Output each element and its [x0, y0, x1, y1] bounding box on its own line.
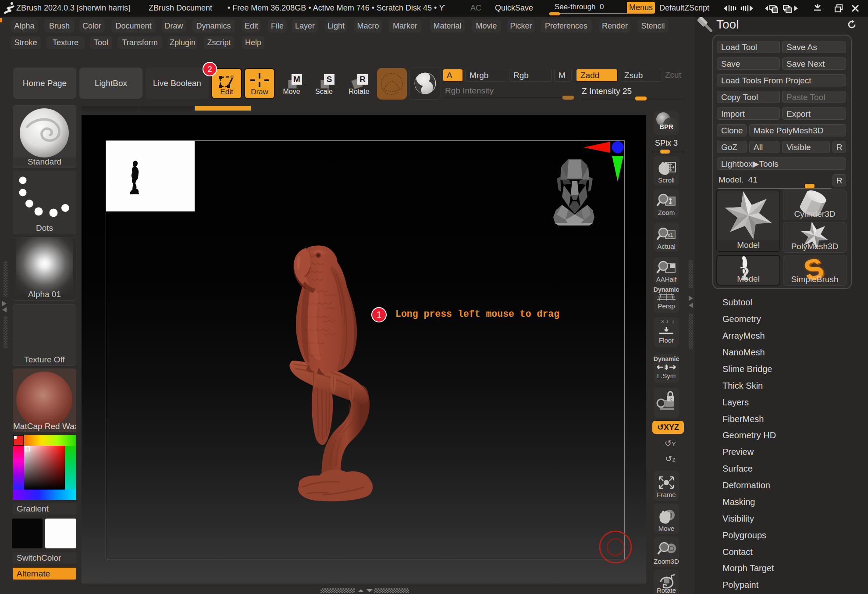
- svg-text:Zoom: Zoom: [658, 209, 675, 216]
- svg-text:L.Sym: L.Sym: [657, 372, 676, 379]
- svg-text:Rotate: Rotate: [657, 587, 676, 594]
- svg-text:✕: ✕: [661, 319, 665, 324]
- svg-text:Draw: Draw: [251, 88, 268, 96]
- svg-text:BPR: BPR: [659, 123, 673, 130]
- svg-text:ɹ: ɹ: [666, 318, 668, 324]
- svg-text:AAHalf: AAHalf: [656, 276, 677, 283]
- svg-text:Persp: Persp: [658, 302, 675, 310]
- svg-text:Floor: Floor: [659, 336, 674, 344]
- svg-text:Dynamic: Dynamic: [654, 286, 679, 293]
- svg-text:x1: x1: [668, 232, 673, 238]
- svg-text:Zoom3D: Zoom3D: [654, 558, 679, 565]
- svg-text:Dynamic: Dynamic: [654, 355, 679, 362]
- svg-text:z: z: [672, 319, 675, 324]
- svg-text:c: c: [670, 397, 672, 401]
- svg-text:Scroll: Scroll: [658, 176, 675, 184]
- svg-text:Frame: Frame: [657, 491, 676, 498]
- svg-text:Move: Move: [658, 525, 675, 532]
- svg-text:Edit: Edit: [220, 88, 233, 96]
- svg-text:Actual: Actual: [657, 243, 676, 250]
